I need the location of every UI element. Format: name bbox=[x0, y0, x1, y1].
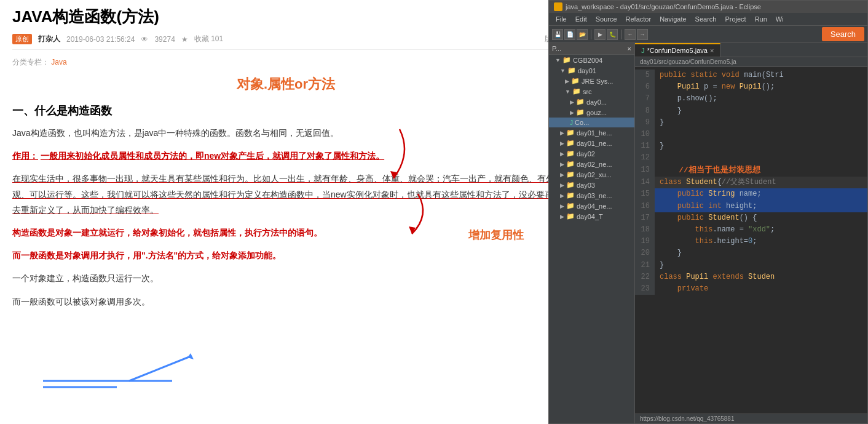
code-line-21: 21 } bbox=[635, 260, 867, 271]
code-line-13: 13 //相当于也是封装思想 bbox=[635, 164, 867, 177]
para2-label: 作用： bbox=[12, 151, 38, 161]
search-button[interactable]: Search bbox=[822, 27, 864, 41]
file-tree: P... × ▼ 📁 CGB2004 ▼ 📁 day01 ▶ 📁 JRE Sys… bbox=[549, 43, 635, 423]
toolbar-debug[interactable]: 🐛 bbox=[607, 29, 618, 40]
code-line-7: 7 p.show(); bbox=[635, 93, 867, 105]
section1-heading: 一、什么是构造函数 bbox=[12, 103, 559, 118]
eclipse-content-area: P... × ▼ 📁 CGB2004 ▼ 📁 day01 ▶ 📁 JRE Sys… bbox=[549, 43, 867, 423]
code-line-9: 9 } bbox=[635, 117, 867, 129]
menu-source[interactable]: Source bbox=[592, 14, 621, 24]
eclipse-menubar: File Edit Source Refactor Navigate Searc… bbox=[549, 13, 867, 26]
toolbar-open[interactable]: 📂 bbox=[577, 29, 588, 40]
status-bar: https://blog.csdn.net/qq_43765881 bbox=[635, 414, 867, 423]
tree-item-gouz[interactable]: ▶ 📁 gouz... bbox=[549, 107, 634, 118]
toolbar-run[interactable]: ▶ bbox=[594, 29, 606, 40]
paragraph-2: 作用： 一般用来初始化成员属性和成员方法的，即new对象产生后，就调用了对象了属… bbox=[12, 148, 559, 164]
tree-item-day03[interactable]: ▶ 📁 day03 bbox=[549, 180, 634, 190]
code-line-6: 6 Pupil p = new Pupil(); bbox=[635, 81, 867, 93]
paragraph-7: 而一般函数可以被该对象调用多次。 bbox=[12, 294, 559, 310]
menu-edit[interactable]: Edit bbox=[572, 14, 591, 24]
toolbar-back[interactable]: ← bbox=[625, 29, 636, 40]
eclipse-titlebar: java_workspace - day01/src/gouzao/Confun… bbox=[549, 1, 867, 13]
menu-run[interactable]: Run bbox=[751, 14, 771, 24]
code-line-16: 16 public int height; bbox=[635, 201, 867, 212]
code-line-15: 15 public String name; bbox=[635, 188, 867, 200]
tree-item-day01[interactable]: ▼ 📁 day01 bbox=[549, 65, 634, 76]
code-line-19: 19 this.height=0; bbox=[635, 236, 867, 247]
tree-item-day01-he[interactable]: ▶ 📁 day01_he... bbox=[549, 127, 634, 138]
status-url: https://blog.csdn.net/qq_43765881 bbox=[640, 415, 734, 422]
tree-header: P... × bbox=[549, 43, 634, 55]
para2-content: 一般用来初始化成员属性和成员方法的，即new对象产生后，就调用了对象了属性和方法… bbox=[41, 151, 384, 161]
eclipse-window: java_workspace - day01/src/gouzao/Confun… bbox=[548, 0, 868, 424]
eclipse-title-text: java_workspace - day01/src/gouzao/Confun… bbox=[566, 3, 761, 10]
menu-window[interactable]: Wi bbox=[772, 14, 787, 24]
paragraph-6: 一个对象建立，构造函数只运行一次。 bbox=[12, 271, 559, 286]
tree-item-src[interactable]: ▼ 📁 src bbox=[549, 86, 634, 97]
tree-item-day04-ne[interactable]: ▶ 📁 day04_ne... bbox=[549, 201, 634, 211]
original-badge: 原创 bbox=[12, 34, 32, 44]
menu-project[interactable]: Project bbox=[721, 14, 749, 24]
code-line-23: 23 private bbox=[635, 283, 867, 295]
tree-item-day02-xu[interactable]: ▶ 📁 day02_xu... bbox=[549, 169, 634, 180]
code-area[interactable]: 5 public static void main(Stri 6 Pupil p… bbox=[635, 67, 867, 414]
toolbar-forward[interactable]: → bbox=[637, 29, 648, 40]
tree-item-jre[interactable]: ▶ 📁 JRE Sys... bbox=[549, 76, 634, 86]
code-line-10: 10 bbox=[635, 129, 867, 140]
code-line-11: 11 } bbox=[635, 140, 867, 152]
code-line-5: 5 public static void main(Stri bbox=[635, 70, 867, 81]
red-subtitle: 对象.属性or方法 bbox=[12, 75, 559, 94]
toolbar-new[interactable]: 📄 bbox=[564, 29, 575, 40]
tree-item-cgb2004[interactable]: ▼ 📁 CGB2004 bbox=[549, 55, 634, 65]
eclipse-toolbar: 💾 📄 📂 ▶ 🐛 ← → Search bbox=[549, 26, 867, 43]
article-title: JAVA构造函数(方法) bbox=[12, 6, 559, 28]
tree-item-day04-t[interactable]: ▶ 📁 day04_T bbox=[549, 211, 634, 222]
menu-file[interactable]: File bbox=[552, 14, 570, 24]
paragraph-5: 而一般函数是对象调用才执行，用".方法名"的方式，给对象添加功能。 bbox=[12, 248, 559, 263]
code-editor: J *ConfunDemo5.java × day01/src/gouzao/C… bbox=[635, 43, 867, 423]
editor-tabs: J *ConfunDemo5.java × bbox=[635, 43, 867, 57]
publish-date: 2019-06-03 21:56:24 bbox=[66, 35, 135, 44]
tree-item-day02-ne[interactable]: ▶ 📁 day02_ne... bbox=[549, 159, 634, 169]
eclipse-app-icon bbox=[554, 2, 562, 11]
article-panel: JAVA构造函数(方法) 原创 打杂人 2019-06-03 21:56:24 … bbox=[0, 0, 572, 424]
collect-count: 收藏 101 bbox=[194, 34, 223, 44]
code-line-22: 22 class Pupil extends Studen bbox=[635, 271, 867, 283]
editor-breadcrumb: day01/src/gouzao/ConfunDemo5.ja bbox=[635, 57, 867, 67]
toolbar-save[interactable]: 💾 bbox=[552, 29, 563, 40]
code-line-17: 17 public Student() { bbox=[635, 212, 867, 224]
category-link[interactable]: Java bbox=[51, 58, 66, 66]
svg-marker-2 bbox=[187, 353, 194, 359]
tree-item-day03-ne[interactable]: ▶ 📁 day03_ne... bbox=[549, 190, 634, 201]
tree-item-day0[interactable]: ▶ 📁 day0... bbox=[549, 97, 634, 107]
collect-icon: ★ bbox=[181, 35, 188, 44]
code-line-18: 18 this.name = "xdd"; bbox=[635, 224, 867, 236]
menu-navigate[interactable]: Navigate bbox=[656, 14, 690, 24]
tab-close[interactable]: × bbox=[710, 47, 714, 54]
paragraph-3: 在现实生活中，很多事物一出现，就天生具有某些属性和行为。比如人一出生，就有年龄、… bbox=[12, 171, 559, 218]
paragraph-1: Java构造函数，也叫构造方法，是java中一种特殊的函数。函数名与相同，无返回… bbox=[12, 126, 559, 141]
code-line-12: 12 bbox=[635, 152, 867, 164]
paragraph-4: 构造函数是对象一建立就运行，给对象初始化，就包括属性，执行方法中的语句。 bbox=[12, 225, 559, 241]
tab-java-icon: J bbox=[641, 47, 645, 54]
editor-tab-confundemo5[interactable]: J *ConfunDemo5.java × bbox=[635, 43, 720, 57]
code-line-14: 14 class Student{//父类Student bbox=[635, 177, 867, 188]
code-line-20: 20 } bbox=[635, 247, 867, 259]
svg-line-1 bbox=[129, 356, 191, 381]
article-category: 分类专栏： Java bbox=[12, 57, 559, 68]
author-name: 打杂人 bbox=[38, 34, 60, 44]
menu-refactor[interactable]: Refactor bbox=[622, 14, 655, 24]
views-icon: 👁 bbox=[141, 35, 148, 44]
menu-search[interactable]: Search bbox=[692, 14, 720, 24]
article-meta: 原创 打杂人 2019-06-03 21:56:24 👁 39274 ★ 收藏 … bbox=[12, 34, 559, 50]
tree-item-co-file[interactable]: J Co... bbox=[549, 118, 634, 127]
tree-item-day02[interactable]: ▶ 📁 day02 bbox=[549, 148, 634, 159]
view-count: 39274 bbox=[154, 35, 175, 44]
code-line-8: 8 } bbox=[635, 105, 867, 117]
tree-item-day01-ne[interactable]: ▶ 📁 day01_ne... bbox=[549, 138, 634, 148]
blue-arrow-annotation bbox=[18, 344, 326, 393]
